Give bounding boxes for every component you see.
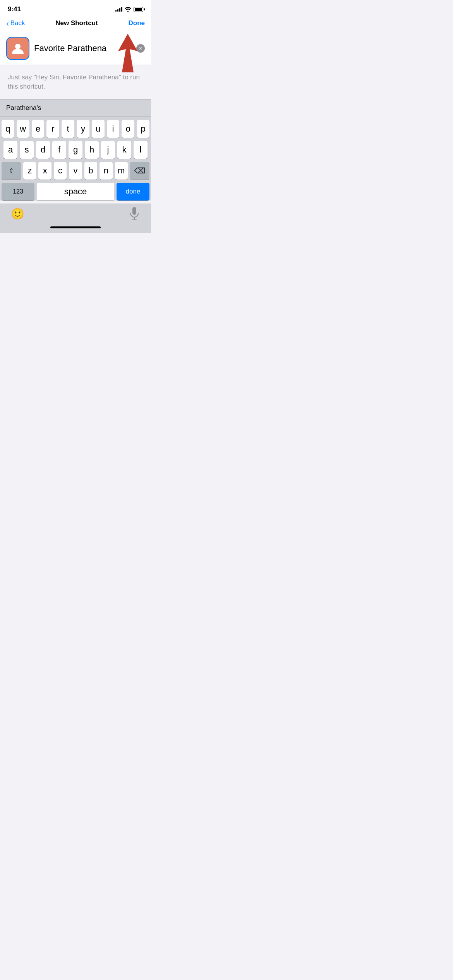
home-indicator (0, 223, 151, 233)
key-n[interactable]: n (100, 162, 112, 180)
chevron-left-icon: ‹ (6, 19, 9, 27)
key-b[interactable]: b (84, 162, 97, 180)
key-q[interactable]: q (2, 120, 14, 138)
key-c[interactable]: c (54, 162, 67, 180)
key-r[interactable]: r (46, 120, 59, 138)
key-t[interactable]: t (62, 120, 74, 138)
done-button[interactable]: Done (129, 19, 145, 27)
key-a[interactable]: a (3, 141, 17, 159)
key-k[interactable]: k (117, 141, 131, 159)
key-h[interactable]: h (85, 141, 99, 159)
space-key[interactable]: space (37, 183, 114, 200)
keyboard-row-2: a s d f g h j k l (2, 141, 149, 159)
key-g[interactable]: g (69, 141, 82, 159)
person-icon (11, 41, 25, 55)
battery-icon (134, 7, 143, 12)
back-button[interactable]: ‹ Back (6, 19, 25, 27)
keyboard-bottom-bar: 🙂 (0, 204, 151, 223)
keyboard-row-3: ⇧ z x c v b n m ⌫ (2, 162, 149, 180)
back-label: Back (10, 19, 25, 27)
key-l[interactable]: l (134, 141, 148, 159)
svg-marker-0 (118, 34, 137, 72)
shift-key[interactable]: ⇧ (2, 162, 21, 180)
nav-bar: ‹ Back New Shortcut Done (0, 15, 151, 32)
keyboard-row-1: q w e r t y u i o p (2, 120, 149, 138)
key-i[interactable]: i (107, 120, 120, 138)
microphone-button[interactable] (129, 207, 140, 221)
key-e[interactable]: e (32, 120, 45, 138)
key-f[interactable]: f (52, 141, 66, 159)
status-icons (115, 7, 143, 12)
status-time: 9:41 (8, 5, 21, 13)
key-y[interactable]: y (77, 120, 89, 138)
key-v[interactable]: v (69, 162, 82, 180)
page-title: New Shortcut (55, 19, 98, 27)
svg-rect-2 (132, 207, 136, 215)
key-j[interactable]: j (101, 141, 115, 159)
wifi-icon (125, 7, 131, 12)
key-u[interactable]: u (92, 120, 105, 138)
autocomplete-suggestion[interactable]: Parathena's (6, 104, 41, 112)
home-indicator-bar (50, 226, 101, 228)
status-bar: 9:41 (0, 0, 151, 15)
key-w[interactable]: w (17, 120, 29, 138)
done-key[interactable]: done (117, 183, 149, 200)
backspace-key[interactable]: ⌫ (130, 162, 149, 180)
keyboard: q w e r t y u i o p a s d f g h j k l ⇧ … (0, 117, 151, 200)
emoji-button[interactable]: 🙂 (11, 207, 24, 220)
red-arrow-annotation (93, 32, 139, 74)
numbers-key[interactable]: 123 (2, 183, 34, 200)
key-d[interactable]: d (36, 141, 50, 159)
key-m[interactable]: m (115, 162, 128, 180)
key-s[interactable]: s (20, 141, 34, 159)
key-p[interactable]: p (137, 120, 149, 138)
backspace-icon: ⌫ (134, 166, 145, 175)
autocomplete-bar: Parathena's (0, 99, 151, 117)
key-x[interactable]: x (38, 162, 51, 180)
shortcut-icon[interactable] (6, 37, 29, 60)
signal-icon (115, 7, 122, 12)
key-o[interactable]: o (122, 120, 134, 138)
keyboard-row-4: 123 space done (2, 183, 149, 200)
key-z[interactable]: z (23, 162, 36, 180)
svg-point-1 (15, 44, 21, 49)
autocomplete-separator (46, 103, 46, 113)
